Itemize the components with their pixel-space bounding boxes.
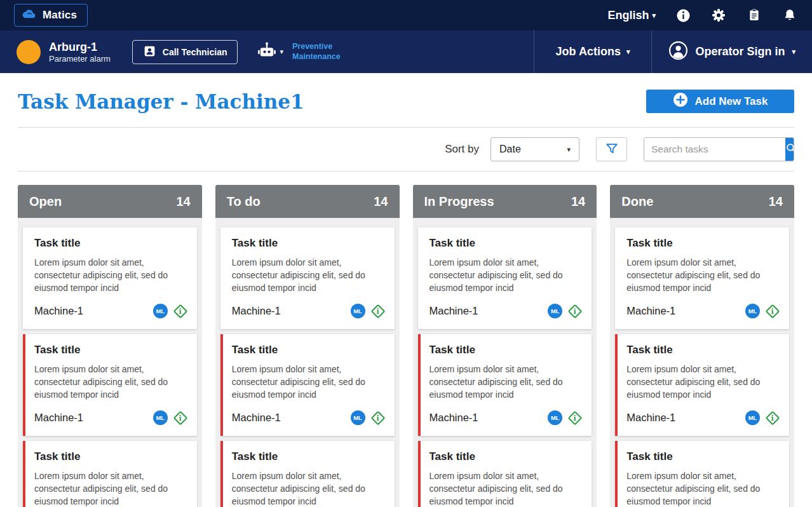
info-diamond-icon: i <box>766 410 780 425</box>
task-title: Task title <box>430 344 585 356</box>
column-title: To do <box>227 194 261 209</box>
task-badges: ML i <box>351 304 386 318</box>
sort-select[interactable]: Date ▾ <box>491 137 579 161</box>
task-card[interactable]: Task title Lorem ipsum dolor sit amet, c… <box>615 334 789 436</box>
preventive-maintenance-control[interactable]: ▾ Preventive Maintenance <box>257 30 351 73</box>
info-diamond-icon: i <box>173 410 187 425</box>
robot-icon <box>257 41 277 64</box>
task-description: Lorem ipsum dolor sit amet, consectetur … <box>34 256 189 294</box>
logo[interactable]: Matics <box>14 4 88 27</box>
task-card[interactable]: Task title Lorem ipsum dolor sit amet, c… <box>615 227 789 329</box>
search-button[interactable] <box>785 138 794 161</box>
job-actions-label: Job Actions <box>556 45 621 58</box>
toolbar: Sort by Date ▾ <box>18 128 794 171</box>
sort-select-value: Date <box>499 144 521 155</box>
task-description: Lorem ipsum dolor sit amet, consectetur … <box>626 256 782 294</box>
task-machine-label: Machine-1 <box>232 305 281 317</box>
task-description: Lorem ipsum dolor sit amet, consectetur … <box>232 363 387 401</box>
machine-name: Arburg-1 <box>49 40 111 55</box>
task-title: Task title <box>232 237 387 250</box>
column-body: Task title Lorem ipsum dolor sit amet, c… <box>610 218 794 507</box>
task-footer: Machine-1 ML i <box>430 304 585 318</box>
task-card[interactable]: Task title Lorem ipsum dolor sit amet, c… <box>418 334 592 436</box>
task-card[interactable]: Task title Lorem ipsum dolor sit amet, c… <box>418 227 592 329</box>
task-card[interactable]: Task title Lorem ipsum dolor sit amet, c… <box>220 441 395 507</box>
chevron-down-icon: ▾ <box>792 48 795 56</box>
task-footer: Machine-1 ML i <box>626 304 782 318</box>
task-machine-label: Machine-1 <box>430 305 478 317</box>
job-actions-menu[interactable]: Job Actions ▾ <box>534 30 652 73</box>
language-selector[interactable]: English ▾ <box>607 9 656 22</box>
machine-bar: Arburg-1 Parameter alarm Call Technician… <box>0 30 812 73</box>
task-title: Task title <box>34 237 189 250</box>
gear-icon[interactable] <box>710 7 727 24</box>
top-bar: Matics English ▾ <box>0 0 812 30</box>
ml-badge: ML <box>548 304 562 318</box>
main-content: Task Manager - Machine1 Add New Task Sor… <box>0 73 812 507</box>
ml-badge: ML <box>745 304 760 318</box>
call-technician-button[interactable]: Call Technician <box>132 40 238 64</box>
task-title: Task title <box>430 237 585 250</box>
info-diamond-icon: i <box>173 304 187 318</box>
task-description: Lorem ipsum dolor sit amet, consectetur … <box>430 470 585 507</box>
info-icon[interactable] <box>675 7 691 24</box>
technician-badge-icon <box>143 44 156 60</box>
column-count: 14 <box>571 194 585 209</box>
column-header: To do 14 <box>215 185 400 218</box>
bell-icon[interactable] <box>782 7 798 24</box>
topbar-actions: English ▾ <box>607 7 798 24</box>
preventive-maintenance-label: Preventive Maintenance <box>292 42 351 62</box>
clipboard-icon[interactable] <box>746 7 762 24</box>
task-card[interactable]: Task title Lorem ipsum dolor sit amet, c… <box>220 227 395 329</box>
column-todo: To do 14 Task title Lorem ipsum dolor si… <box>215 185 400 507</box>
task-title: Task title <box>232 344 387 356</box>
info-diamond-icon: i <box>370 410 385 425</box>
column-count: 14 <box>769 194 783 209</box>
machine-info: Arburg-1 Parameter alarm <box>49 40 111 64</box>
task-footer: Machine-1 ML i <box>34 410 189 425</box>
column-title: Open <box>29 194 62 209</box>
add-new-task-label: Add New Task <box>695 95 768 108</box>
chevron-down-icon: ▾ <box>652 11 656 20</box>
chevron-down-icon: ▾ <box>280 48 283 56</box>
filter-button[interactable] <box>596 137 627 161</box>
search-input[interactable] <box>644 138 785 161</box>
task-card[interactable]: Task title Lorem ipsum dolor sit amet, c… <box>615 441 789 507</box>
column-header: Open 14 <box>18 185 202 218</box>
task-card[interactable]: Task title Lorem ipsum dolor sit amet, c… <box>418 441 592 507</box>
column-header: Done 14 <box>610 185 794 218</box>
column-body: Task title Lorem ipsum dolor sit amet, c… <box>413 218 597 507</box>
task-card[interactable]: Task title Lorem ipsum dolor sit amet, c… <box>220 334 395 436</box>
task-card[interactable]: Task title Lorem ipsum dolor sit amet, c… <box>23 441 197 507</box>
add-new-task-button[interactable]: Add New Task <box>646 90 794 113</box>
task-title: Task title <box>34 344 189 356</box>
chevron-down-icon: ▾ <box>626 48 630 56</box>
info-diamond-icon: i <box>568 410 583 425</box>
task-badges: ML i <box>745 410 780 425</box>
page-header: Task Manager - Machine1 Add New Task <box>18 73 794 127</box>
info-diamond-icon: i <box>568 304 583 318</box>
task-title: Task title <box>626 237 782 250</box>
operator-sign-in[interactable]: Operator Sign in ▾ <box>651 30 812 73</box>
search-icon <box>785 142 794 156</box>
operator-icon <box>668 41 688 64</box>
task-footer: Machine-1 ML i <box>34 304 189 318</box>
task-badges: ML i <box>153 410 188 425</box>
column-done: Done 14 Task title Lorem ipsum dolor sit… <box>610 185 794 507</box>
task-badges: ML i <box>351 410 386 425</box>
task-card[interactable]: Task title Lorem ipsum dolor sit amet, c… <box>23 334 197 436</box>
task-title: Task title <box>34 450 189 463</box>
info-diamond-icon: i <box>766 304 780 318</box>
logo-text: Matics <box>43 9 77 22</box>
operator-sign-in-label: Operator Sign in <box>695 45 785 58</box>
task-card[interactable]: Task title Lorem ipsum dolor sit amet, c… <box>23 227 197 329</box>
machine-avatar <box>17 40 41 64</box>
task-badges: ML i <box>548 304 583 318</box>
cloud-icon <box>21 8 37 22</box>
column-count: 14 <box>374 194 388 209</box>
funnel-icon <box>605 142 619 158</box>
column-in-progress: In Progress 14 Task title Lorem ipsum do… <box>413 185 597 507</box>
task-footer: Machine-1 ML i <box>430 410 585 425</box>
task-title: Task title <box>626 344 782 356</box>
task-description: Lorem ipsum dolor sit amet, consectetur … <box>430 256 585 294</box>
